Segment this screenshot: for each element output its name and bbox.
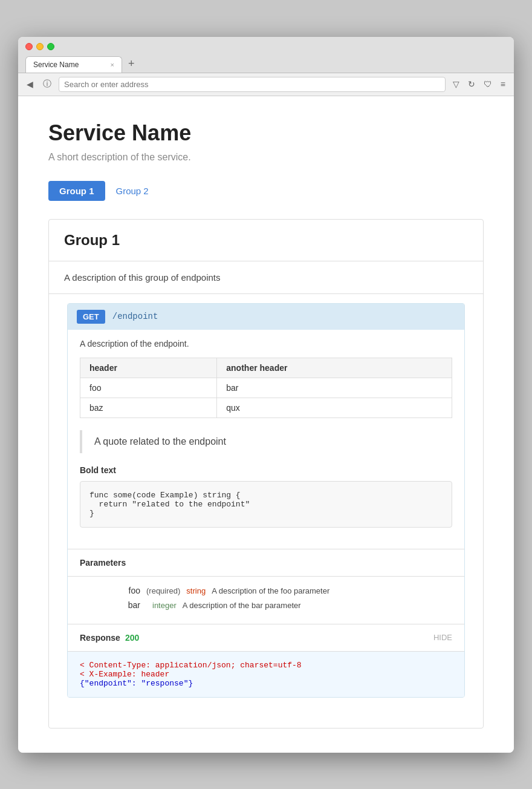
nav-tabs: Group 1 Group 2 bbox=[48, 181, 484, 201]
table-cell-r2c1: baz bbox=[80, 398, 217, 417]
param-desc-foo: A description of the foo parameter bbox=[212, 586, 329, 595]
page-title: Service Name bbox=[48, 120, 484, 146]
menu-button[interactable]: ≡ bbox=[498, 78, 508, 90]
tab-close-button[interactable]: × bbox=[111, 61, 114, 68]
address-input[interactable] bbox=[59, 77, 446, 92]
browser-controls bbox=[25, 43, 507, 50]
traffic-light-green[interactable] bbox=[47, 43, 54, 50]
parameters-header: Parameters bbox=[68, 549, 464, 577]
shield-button[interactable]: 🛡 bbox=[481, 78, 495, 90]
table-cell-r1c1: foo bbox=[80, 378, 217, 398]
endpoint-quote: A quote related to the endpoint bbox=[80, 430, 452, 453]
tab-title: Service Name bbox=[33, 61, 79, 69]
group-title: Group 1 bbox=[64, 232, 468, 249]
param-row-bar: bar integer A description of the bar par… bbox=[80, 600, 452, 610]
response-label: Response bbox=[80, 633, 120, 643]
response-code: 200 bbox=[125, 633, 139, 643]
param-type-foo: string bbox=[186, 586, 206, 595]
traffic-light-yellow[interactable] bbox=[36, 43, 44, 50]
info-icon: ⓘ bbox=[43, 79, 51, 88]
endpoint-table: header another header foo bar bbox=[80, 358, 452, 418]
param-required-foo: (required) bbox=[146, 586, 180, 595]
tab-group1[interactable]: Group 1 bbox=[48, 181, 105, 201]
traffic-light-red[interactable] bbox=[25, 43, 33, 50]
dropdown-button[interactable]: ▽ bbox=[450, 78, 462, 90]
param-type-bar: integer bbox=[152, 601, 177, 610]
param-desc-bar: A description of the bar parameter bbox=[183, 601, 301, 610]
browser-tabs: Service Name × + bbox=[25, 55, 507, 73]
table-cell-r1c2: bar bbox=[217, 378, 452, 398]
endpoint-header[interactable]: GET /endpoint bbox=[68, 304, 464, 330]
new-tab-button[interactable]: + bbox=[123, 55, 140, 73]
tab-group2[interactable]: Group 2 bbox=[105, 181, 160, 201]
parameters-section: Parameters foo (required) string A descr… bbox=[68, 549, 464, 624]
param-name-foo: foo bbox=[80, 586, 140, 595]
endpoint-block: GET /endpoint A description of the endpo… bbox=[67, 303, 465, 698]
response-section: Response 200 HIDE < Content-Type: applic… bbox=[68, 624, 464, 697]
group-description: A description of this group of endpoints bbox=[49, 261, 483, 294]
page-description: A short description of the service. bbox=[48, 152, 484, 163]
table-row: foo bar bbox=[80, 378, 452, 398]
table-header-2: another header bbox=[217, 358, 452, 378]
group-footer bbox=[49, 710, 483, 728]
param-row-foo: foo (required) string A description of t… bbox=[80, 586, 452, 595]
back-icon: ◀ bbox=[27, 79, 33, 89]
browser-addressbar: ◀ ⓘ ▽ ↻ 🛡 ≡ bbox=[18, 73, 514, 96]
group-section: Group 1 A description of this group of e… bbox=[48, 219, 484, 728]
endpoint-description: A description of the endpoint. bbox=[80, 339, 452, 349]
method-badge: GET bbox=[77, 310, 105, 324]
browser-content: Service Name A short description of the … bbox=[18, 96, 514, 753]
endpoint-path: /endpoint bbox=[112, 312, 158, 321]
group-header: Group 1 bbox=[49, 220, 483, 261]
response-hide-button[interactable]: HIDE bbox=[433, 633, 452, 642]
refresh-button[interactable]: ↻ bbox=[465, 78, 478, 90]
browser-titlebar: Service Name × + bbox=[18, 37, 514, 73]
response-title: Response 200 bbox=[80, 633, 139, 643]
table-row: baz qux bbox=[80, 398, 452, 417]
address-bar-icons: ▽ ↻ 🛡 ≡ bbox=[450, 78, 508, 90]
response-line-3: {"endpoint": "response"} bbox=[80, 679, 452, 688]
bold-label: Bold text bbox=[80, 465, 452, 475]
parameters-body: foo (required) string A description of t… bbox=[68, 577, 464, 624]
info-button[interactable]: ⓘ bbox=[41, 77, 54, 91]
back-button[interactable]: ◀ bbox=[24, 78, 36, 90]
response-line-2: < X-Example: header bbox=[80, 670, 452, 679]
table-header-1: header bbox=[80, 358, 217, 378]
browser-window: Service Name × + ◀ ⓘ ▽ ↻ 🛡 ≡ Service Nam… bbox=[18, 37, 514, 753]
response-line-1: < Content-Type: application/json; charse… bbox=[80, 661, 452, 670]
code-block: func some(code Example) string { return … bbox=[80, 481, 452, 528]
table-cell-r2c2: qux bbox=[217, 398, 452, 417]
response-body: < Content-Type: application/json; charse… bbox=[68, 652, 464, 697]
endpoint-body: A description of the endpoint. header an… bbox=[68, 330, 464, 549]
browser-tab-active[interactable]: Service Name × bbox=[25, 56, 122, 73]
response-header: Response 200 HIDE bbox=[68, 624, 464, 652]
endpoint-wrapper: GET /endpoint A description of the endpo… bbox=[49, 294, 483, 698]
param-name-bar: bar bbox=[80, 600, 140, 610]
